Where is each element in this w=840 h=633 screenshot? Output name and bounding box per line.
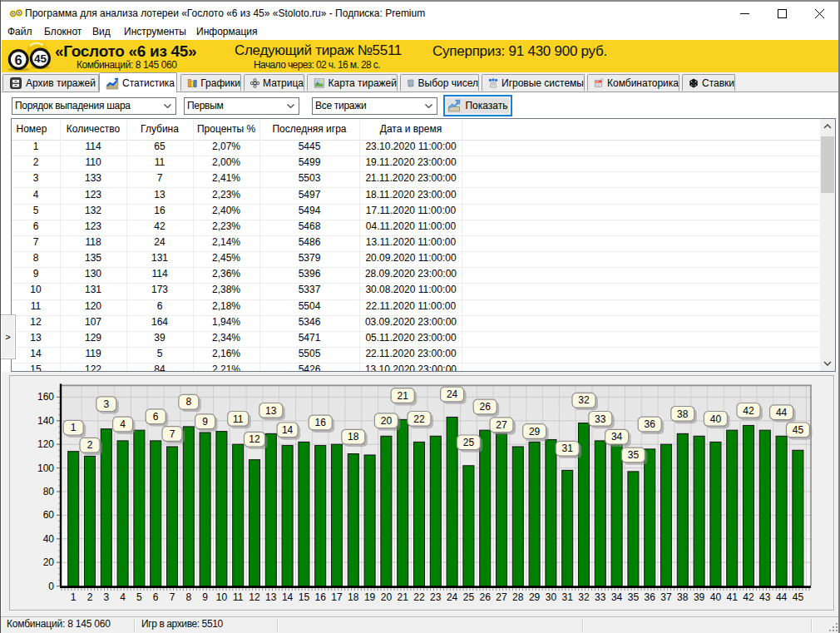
svg-text:35: 35 xyxy=(628,591,640,603)
svg-text:18: 18 xyxy=(348,591,359,603)
svg-text:17: 17 xyxy=(331,591,343,603)
svg-text:11: 11 xyxy=(233,413,244,425)
svg-text:20: 20 xyxy=(43,556,55,568)
svg-text:26: 26 xyxy=(480,591,492,603)
svg-text:8: 8 xyxy=(185,591,191,603)
svg-text:14: 14 xyxy=(282,591,294,603)
svg-text:44: 44 xyxy=(776,591,788,603)
svg-text:45: 45 xyxy=(793,424,804,436)
svg-text:29: 29 xyxy=(529,591,541,603)
svg-text:24: 24 xyxy=(447,388,458,400)
svg-text:5: 5 xyxy=(136,591,142,603)
svg-text:33: 33 xyxy=(595,413,606,425)
svg-text:24: 24 xyxy=(447,591,458,603)
svg-text:3: 3 xyxy=(103,398,109,410)
svg-text:22: 22 xyxy=(413,591,425,603)
svg-text:7: 7 xyxy=(170,591,175,603)
svg-text:35: 35 xyxy=(628,449,640,461)
svg-text:80: 80 xyxy=(43,486,55,497)
svg-text:42: 42 xyxy=(743,591,754,603)
svg-text:29: 29 xyxy=(529,426,541,438)
svg-text:20: 20 xyxy=(381,591,393,603)
svg-text:14: 14 xyxy=(282,424,294,436)
svg-text:31: 31 xyxy=(562,443,574,454)
svg-text:42: 42 xyxy=(743,405,754,417)
svg-text:44: 44 xyxy=(776,407,788,418)
svg-text:11: 11 xyxy=(233,591,244,603)
svg-text:9: 9 xyxy=(202,416,208,428)
svg-text:25: 25 xyxy=(463,591,475,603)
svg-text:1: 1 xyxy=(71,422,77,433)
svg-text:12: 12 xyxy=(249,591,260,603)
svg-text:18: 18 xyxy=(348,431,359,443)
svg-text:2: 2 xyxy=(87,439,93,451)
svg-text:140: 140 xyxy=(37,415,54,427)
svg-text:0: 0 xyxy=(48,581,54,592)
svg-text:45: 45 xyxy=(793,591,804,603)
svg-text:7: 7 xyxy=(170,428,175,440)
svg-text:9: 9 xyxy=(202,591,208,603)
svg-text:41: 41 xyxy=(727,591,739,603)
svg-text:27: 27 xyxy=(496,419,507,431)
svg-text:21: 21 xyxy=(398,591,409,603)
svg-text:15: 15 xyxy=(299,591,310,603)
svg-text:38: 38 xyxy=(677,591,689,603)
svg-text:13: 13 xyxy=(265,591,277,603)
svg-text:21: 21 xyxy=(398,390,409,402)
svg-text:8: 8 xyxy=(185,396,191,408)
svg-text:6: 6 xyxy=(153,411,159,423)
svg-text:39: 39 xyxy=(694,591,705,603)
svg-text:32: 32 xyxy=(578,394,590,406)
svg-text:6: 6 xyxy=(153,591,159,603)
svg-text:34: 34 xyxy=(611,591,623,603)
svg-text:20: 20 xyxy=(381,415,393,427)
svg-text:100: 100 xyxy=(37,462,54,474)
svg-text:27: 27 xyxy=(496,591,507,603)
svg-text:2: 2 xyxy=(87,591,93,603)
svg-text:16: 16 xyxy=(315,591,327,603)
svg-text:160: 160 xyxy=(37,391,54,403)
svg-text:38: 38 xyxy=(677,408,689,420)
svg-text:36: 36 xyxy=(645,418,656,430)
svg-text:13: 13 xyxy=(265,405,277,417)
svg-text:26: 26 xyxy=(480,401,492,413)
svg-text:3: 3 xyxy=(103,591,109,603)
svg-text:40: 40 xyxy=(43,533,55,545)
svg-text:4: 4 xyxy=(120,591,126,603)
svg-text:60: 60 xyxy=(43,509,55,521)
svg-text:25: 25 xyxy=(463,437,475,448)
svg-text:40: 40 xyxy=(710,591,722,603)
svg-text:120: 120 xyxy=(37,438,54,450)
svg-text:16: 16 xyxy=(315,417,327,428)
svg-text:33: 33 xyxy=(595,591,606,603)
svg-text:31: 31 xyxy=(562,591,574,603)
svg-text:43: 43 xyxy=(759,591,771,603)
svg-text:12: 12 xyxy=(249,433,260,445)
svg-text:30: 30 xyxy=(546,591,557,603)
svg-text:1: 1 xyxy=(71,591,77,603)
svg-text:22: 22 xyxy=(413,413,425,425)
svg-text:4: 4 xyxy=(120,418,126,430)
svg-text:28: 28 xyxy=(512,591,524,603)
svg-text:32: 32 xyxy=(578,591,590,603)
svg-text:34: 34 xyxy=(611,431,623,443)
svg-text:10: 10 xyxy=(216,591,228,603)
svg-text:45: 45 xyxy=(34,52,47,65)
svg-text:36: 36 xyxy=(645,591,656,603)
svg-text:40: 40 xyxy=(710,413,722,425)
svg-text:23: 23 xyxy=(430,591,442,603)
svg-text:6: 6 xyxy=(15,52,22,67)
svg-text:19: 19 xyxy=(364,591,376,603)
svg-text:37: 37 xyxy=(660,591,672,603)
